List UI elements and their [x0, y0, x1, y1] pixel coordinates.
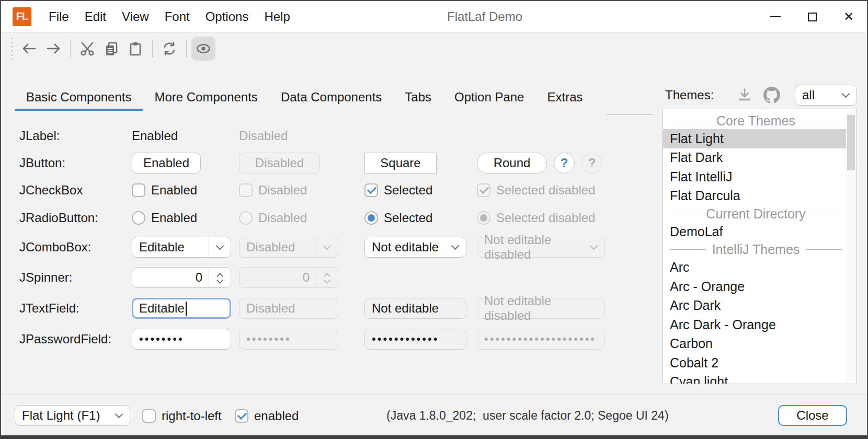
close-window-button[interactable]: ✕ — [830, 1, 867, 32]
themes-list[interactable]: Core Themes Flat Light Flat Dark Flat In… — [663, 109, 857, 384]
theme-item[interactable]: Cyan light — [663, 373, 846, 385]
checkbox-enabled[interactable]: Enabled — [132, 183, 239, 198]
textfield-editable[interactable]: Editable — [132, 298, 231, 319]
spinner-value[interactable]: 0 — [132, 270, 209, 285]
chevron-down-icon — [216, 241, 224, 250]
paste-button[interactable] — [123, 37, 147, 61]
menu-options[interactable]: Options — [198, 1, 257, 32]
tab-option-pane[interactable]: Option Pane — [443, 85, 535, 110]
back-button[interactable] — [17, 37, 41, 61]
menu-edit[interactable]: Edit — [77, 1, 114, 32]
theme-item[interactable]: Flat Dark — [663, 148, 846, 168]
theme-item[interactable]: Arc Dark — [663, 296, 846, 316]
github-button[interactable] — [762, 86, 781, 105]
textfield-not-editable[interactable]: Not editable — [364, 298, 466, 319]
theme-group-separator: IntelliJ Themes — [663, 241, 856, 258]
close-icon: ✕ — [843, 10, 854, 23]
checkbox-checked-icon[interactable] — [235, 409, 248, 423]
checkbox-checked-icon[interactable] — [364, 183, 378, 197]
minimize-icon — [770, 16, 781, 17]
jbutton-row-label: JButton: — [19, 156, 132, 170]
radio-enabled[interactable]: Enabled — [132, 211, 239, 225]
cut-button[interactable] — [75, 37, 99, 61]
menu-help[interactable]: Help — [256, 1, 298, 32]
download-theme-button[interactable] — [735, 86, 754, 105]
tab-basic-components[interactable]: Basic Components — [15, 85, 143, 110]
right-to-left-checkbox[interactable]: right-to-left — [142, 409, 222, 423]
theme-item[interactable]: Arc — [663, 258, 846, 278]
theme-filter-combobox[interactable]: all — [795, 85, 857, 106]
combobox-arrow-button[interactable] — [108, 406, 130, 425]
combobox-arrow-button[interactable] — [835, 85, 856, 105]
help-button-disabled: ? — [581, 153, 602, 174]
enabled-button[interactable]: Enabled — [132, 153, 201, 174]
combobox-not-editable-disabled: Not editable disabled — [477, 237, 605, 258]
spinner-buttons[interactable] — [209, 268, 231, 287]
toolbar-grip[interactable] — [11, 38, 13, 60]
checkbox-label: enabled — [254, 409, 299, 423]
copy-button[interactable] — [99, 37, 123, 61]
combobox-arrow-button[interactable] — [209, 237, 231, 257]
menu-file[interactable]: File — [41, 1, 77, 32]
jcombobox-row-label: JComboBox: — [19, 240, 132, 255]
passwordfield-not-editable[interactable]: •••••••••••• — [364, 329, 466, 350]
checkbox-disabled: Disabled — [239, 183, 364, 198]
checkbox-icon[interactable] — [142, 409, 156, 423]
theme-item[interactable]: Flat Darcula — [663, 187, 846, 206]
checkbox-label: Enabled — [151, 183, 197, 198]
radio-icon[interactable] — [132, 211, 145, 225]
theme-group-separator: Core Themes — [663, 112, 856, 129]
combobox-arrow-button[interactable] — [444, 237, 466, 257]
combobox-editable[interactable]: Editable — [132, 237, 231, 258]
chevron-down-icon — [589, 241, 598, 250]
enabled-checkbox[interactable]: enabled — [235, 409, 299, 423]
radio-selected[interactable]: Selected — [364, 211, 477, 225]
checkbox-label: Disabled — [258, 183, 307, 198]
jradiobutton-row-label: JRadioButton: — [19, 211, 132, 225]
show-toggle-button[interactable] — [191, 37, 215, 61]
window-title: FlatLaf Demo — [447, 9, 522, 24]
close-button[interactable]: Close — [778, 405, 847, 426]
square-button[interactable]: Square — [364, 153, 437, 174]
spinner-disabled: 0 — [239, 267, 338, 288]
maximize-button[interactable] — [794, 1, 830, 32]
theme-item[interactable]: Cobalt 2 — [663, 353, 846, 373]
menu-bar: File Edit View Font Options Help — [41, 1, 298, 32]
theme-item[interactable]: Carbon — [663, 334, 846, 354]
themes-label: Themes: — [665, 88, 714, 102]
theme-item[interactable]: DemoLaf — [663, 222, 846, 241]
refresh-button[interactable] — [157, 37, 181, 61]
round-button[interactable]: Round — [477, 153, 547, 174]
checkbox-selected[interactable]: Selected — [364, 183, 477, 198]
theme-item[interactable]: Flat IntelliJ — [663, 167, 846, 187]
radio-checked-icon[interactable] — [364, 211, 378, 225]
chevron-down-icon — [115, 410, 123, 418]
radio-disabled: Disabled — [239, 211, 364, 225]
tab-more-components[interactable]: More Components — [143, 85, 269, 110]
help-button[interactable]: ? — [554, 153, 575, 174]
theme-item[interactable]: Arc - Orange — [663, 277, 846, 296]
menu-view[interactable]: View — [114, 1, 157, 32]
tab-extras[interactable]: Extras — [535, 85, 594, 110]
tab-data-components[interactable]: Data Components — [269, 85, 393, 110]
checkbox-icon — [239, 183, 253, 197]
theme-item[interactable]: Arc Dark - Orange — [663, 315, 846, 334]
theme-item-selected[interactable]: Flat Light — [663, 129, 846, 148]
refresh-icon — [162, 41, 177, 56]
scrollbar-thumb[interactable] — [847, 115, 855, 170]
menu-font[interactable]: Font — [157, 1, 198, 32]
theme-group-separator: Current Directory — [663, 205, 856, 222]
forward-button[interactable] — [41, 37, 65, 61]
combobox-arrow-button — [583, 237, 604, 257]
radio-selected-disabled: Selected disabled — [477, 211, 605, 225]
tab-tabs[interactable]: Tabs — [393, 85, 443, 110]
combobox-not-editable[interactable]: Not editable — [364, 237, 466, 258]
checkbox-label: right-to-left — [162, 409, 222, 423]
minimize-button[interactable] — [757, 1, 794, 32]
spinner[interactable]: 0 — [132, 267, 231, 288]
passwordfield-editable[interactable]: •••••••• — [132, 329, 231, 350]
themes-scrollbar[interactable] — [846, 110, 856, 383]
lookandfeel-combobox[interactable]: Flat Light (F1) — [15, 405, 130, 426]
jcheckbox-row-label: JCheckBox — [19, 183, 132, 198]
checkbox-icon[interactable] — [132, 183, 145, 197]
